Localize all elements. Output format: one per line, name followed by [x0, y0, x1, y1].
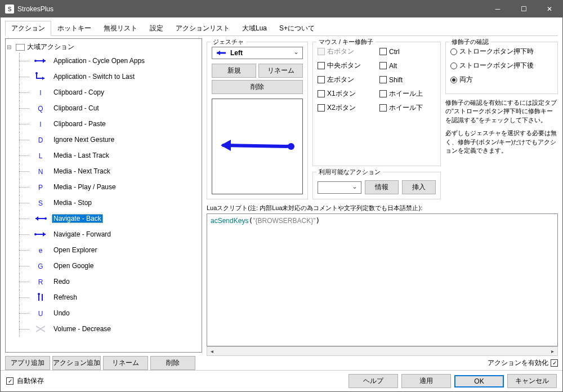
insert-button[interactable]: 挿入 [402, 180, 436, 194]
tree-item[interactable]: Navigate - Forward [6, 226, 202, 242]
available-actions-select[interactable] [318, 181, 361, 194]
rename-button[interactable]: リネーム [103, 356, 148, 370]
svg-point-22 [38, 293, 40, 295]
tree-item[interactable]: SMedia - Stop [6, 195, 202, 211]
tab-ignore[interactable]: 無視リスト [97, 21, 144, 35]
gesture-thumb-icon: Q [33, 103, 48, 114]
chk-x1[interactable]: X1ボタン [318, 89, 374, 99]
gesture-thumb-icon: G [33, 260, 48, 271]
info-button[interactable]: 情報 [365, 180, 399, 194]
delete-button[interactable]: 削除 [150, 356, 195, 370]
apply-button[interactable]: 適用 [401, 374, 451, 388]
tree-item[interactable]: RRedo [6, 274, 202, 289]
tree-item-label: Open Google [52, 261, 95, 270]
script-hscrollbar[interactable] [207, 346, 558, 356]
tab-actionlist[interactable]: アクションリスト [169, 21, 236, 35]
tab-globallua[interactable]: 大域Lua [236, 21, 273, 35]
tree-item[interactable]: PMedia - Play / Pause [6, 179, 202, 195]
gesture-select-value: Left [230, 49, 243, 57]
maximize-button[interactable]: ☐ [511, 1, 537, 17]
svg-text:S: S [38, 199, 43, 207]
tree-item[interactable]: IClipboard - Paste [6, 116, 202, 132]
tree-item[interactable]: LMedia - Last Track [6, 148, 202, 163]
radio-on-press[interactable]: ストロークボタン押下時 [450, 47, 553, 56]
svg-point-15 [44, 217, 47, 220]
tree-item[interactable]: DIgnore Next Gesture [6, 132, 202, 148]
tree-item-label: Clipboard - Paste [52, 119, 108, 128]
enable-action-checkbox[interactable] [551, 359, 558, 367]
gesture-new-button[interactable]: 新規 [212, 64, 256, 78]
chk-shift[interactable]: Shift [379, 75, 436, 84]
svg-marker-28 [221, 140, 231, 151]
chk-alt[interactable]: Alt [379, 61, 436, 70]
tree-item-label: Media - Next Track [52, 167, 112, 176]
tab-strip: アクション ホットキー 無視リスト 設定 アクションリスト 大域Lua S+につ… [5, 21, 558, 36]
action-tree[interactable]: 大域アクション Application - Cycle Open AppsApp… [5, 38, 202, 353]
svg-marker-17 [43, 232, 46, 237]
gesture-thumb-icon [33, 323, 48, 335]
tree-item[interactable]: Application - Cycle Open Apps [6, 53, 202, 69]
tree-item[interactable]: eOpen Explorer [6, 242, 202, 258]
ok-button[interactable]: OK [454, 375, 504, 387]
folder-icon [16, 44, 25, 51]
tree-item[interactable]: QClipboard - Cut [6, 100, 202, 116]
gesture-thumb-icon: P [33, 181, 48, 193]
chk-ctrl[interactable]: Ctrl [379, 47, 436, 56]
svg-marker-25 [217, 51, 220, 55]
help-button[interactable]: ヘルプ [348, 374, 398, 388]
tree-item[interactable]: Application - Switch to Last [6, 69, 202, 84]
tree-item[interactable]: NMedia - Next Track [6, 163, 202, 179]
radio-both[interactable]: 両方 [450, 75, 553, 84]
tree-item[interactable]: Refresh [6, 289, 202, 305]
available-actions-title: 利用可能なアクション [316, 168, 383, 176]
gesture-thumb-icon [33, 229, 48, 240]
gesture-thumb-icon: S [33, 197, 48, 208]
gesture-delete-button[interactable]: 削除 [212, 80, 303, 94]
svg-text:D: D [38, 136, 43, 144]
modifiers-group: マウス / キー修飾子 右ボタン Ctrl 中央ボタン Alt 左ボタン Shi… [312, 42, 441, 166]
tree-item[interactable]: Navigate - Back [6, 211, 202, 226]
tab-about[interactable]: S+について [273, 21, 321, 35]
gesture-rename-button[interactable]: リネーム [258, 64, 303, 78]
gesture-thumb-icon [33, 55, 48, 66]
tab-hotkeys[interactable]: ホットキー [51, 21, 97, 35]
help-text-1: 修飾子の確認を有効にするには設定タブの"ストロークボタン押下時に修飾キーを認識す… [445, 99, 558, 124]
svg-text:e: e [39, 247, 43, 255]
tree-item[interactable]: Volume - Decrease [6, 321, 202, 337]
radio-after-press[interactable]: ストロークボタン押下後 [450, 61, 553, 70]
chk-left[interactable]: 左ボタン [318, 75, 374, 84]
chk-x2[interactable]: X2ボタン [318, 103, 374, 113]
tree-item[interactable]: IClipboard - Copy [6, 84, 202, 100]
chk-wheeldown[interactable]: ホイール下 [379, 103, 436, 113]
tree-item[interactable]: GOpen Google [6, 258, 202, 274]
app-icon: S [5, 5, 14, 14]
gesture-group-title: ジェスチャ [211, 38, 246, 46]
autosave-checkbox[interactable] [6, 377, 14, 385]
add-action-button[interactable]: アクション追加 [52, 356, 101, 370]
tab-actions[interactable]: アクション [5, 21, 51, 36]
tree-item-label: Clipboard - Cut [52, 104, 101, 113]
svg-marker-1 [43, 59, 46, 63]
svg-point-3 [35, 72, 38, 74]
tree-item[interactable]: UUndo [6, 305, 202, 321]
cancel-button[interactable]: キャンセル [507, 374, 557, 388]
tree-root[interactable]: 大域アクション [6, 41, 202, 53]
tree-root-label: 大域アクション [27, 42, 74, 52]
add-app-button[interactable]: アプリ追加 [5, 356, 50, 370]
app-window: S StrokesPlus ─ ☐ ✕ アクション ホットキー 無視リスト 設定… [0, 0, 563, 392]
script-label: Luaスクリプト(注: 内部Lua未対応の為コメントや文字列定数でも日本語禁止)… [207, 204, 558, 212]
gesture-group: ジェスチャ Left 新規 リネーム 削除 [207, 42, 308, 199]
close-button[interactable]: ✕ [537, 1, 562, 17]
autosave-label: 自動保存 [17, 376, 44, 386]
chk-middle[interactable]: 中央ボタン [318, 61, 374, 70]
lua-script-editor[interactable]: acSendKeys("{BROWSERBACK}") [207, 213, 558, 346]
gesture-select[interactable]: Left [212, 47, 303, 59]
svg-text:I: I [39, 89, 41, 97]
tree-item-label: Media - Last Track [52, 151, 111, 160]
tab-settings[interactable]: 設定 [144, 21, 169, 35]
tree-item-label: Navigate - Back [52, 214, 103, 223]
tree-item-label: Application - Cycle Open Apps [52, 56, 146, 65]
minimize-button[interactable]: ─ [485, 1, 511, 17]
chk-wheelup[interactable]: ホイール上 [379, 89, 436, 99]
svg-text:Q: Q [38, 105, 43, 113]
